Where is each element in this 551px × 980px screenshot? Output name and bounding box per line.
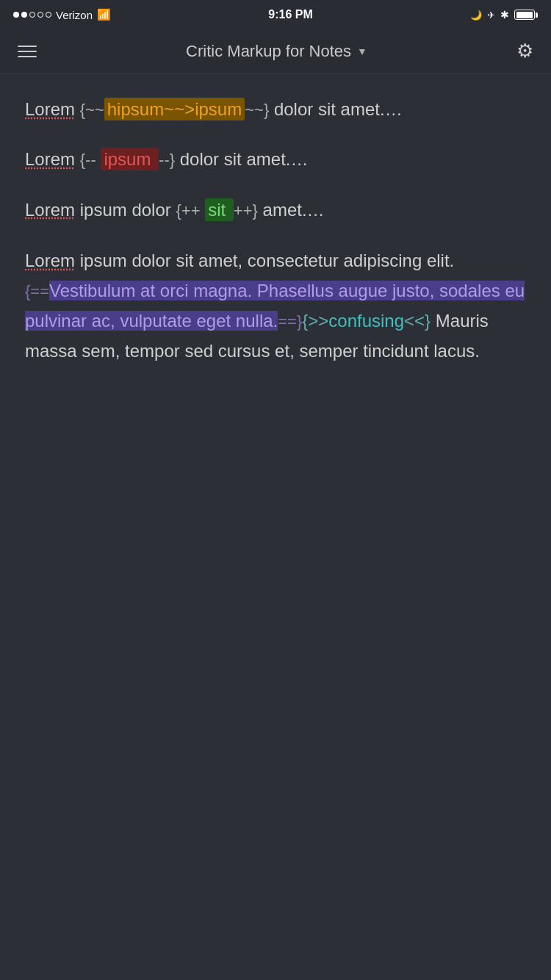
plain-text-after-del: dolor sit amet.… (180, 149, 309, 169)
nav-title-text: Critic Markup for Notes (186, 42, 351, 61)
sub-open-bracket: {~~ (80, 101, 104, 119)
signal-dot-5 (46, 12, 51, 18)
signal-dots (13, 12, 51, 18)
del-close-bracket: --} (159, 151, 175, 169)
plain-text-3: ipsum dolor (80, 200, 171, 220)
signal-dot-4 (37, 12, 43, 18)
signal-dot-1 (13, 12, 19, 18)
location-icon: ✈ (487, 10, 495, 21)
highlight-open-bracket: {== (25, 282, 49, 300)
status-left: Verizon 📶 (13, 8, 111, 21)
highlight-close-bracket: ==} (278, 312, 302, 331)
status-bar: Verizon 📶 9:16 PM 🌙 ✈ ✱ (0, 0, 551, 29)
battery-icon (514, 10, 538, 20)
status-time: 9:16 PM (268, 8, 312, 21)
add-open-bracket: {++ (176, 201, 200, 220)
lorem-word-2: Lorem (25, 149, 75, 169)
lorem-word-3: Lorem (25, 200, 75, 220)
del-word: ipsum (101, 148, 159, 170)
wifi-icon: 📶 (97, 8, 111, 21)
signal-dot-2 (21, 12, 27, 18)
carrier-name: Verizon (56, 9, 93, 21)
status-right: 🌙 ✈ ✱ (470, 9, 538, 21)
paragraph-intro: ipsum dolor sit amet, consectetur adipis… (80, 251, 455, 270)
tool-button[interactable]: ⚙ (516, 40, 533, 62)
plain-text-after-sub: dolor sit amet.… (274, 99, 403, 119)
add-close-bracket: ++} (234, 201, 258, 220)
add-word: sit (205, 198, 234, 221)
paragraph-block: Lorem ipsum dolor sit amet, consectetur … (25, 246, 526, 366)
del-open-bracket: {-- (80, 151, 96, 169)
nav-bar: Critic Markup for Notes ▼ ⚙ (0, 29, 551, 73)
deletion-line: Lorem {-- ipsum --} dolor sit amet.… (25, 145, 526, 173)
signal-dot-3 (29, 12, 35, 18)
moon-icon: 🌙 (470, 10, 482, 21)
sub-close-bracket: ~~} (245, 101, 269, 119)
comment-close-bracket: <<} (404, 311, 431, 331)
nav-title: Critic Markup for Notes ▼ (186, 42, 367, 61)
content-area: Lorem {~~hipsum~~>ipsum~~} dolor sit ame… (0, 73, 551, 410)
comment-open-bracket: {>> (302, 311, 328, 331)
bluetooth-icon: ✱ (500, 9, 509, 21)
substitution-line: Lorem {~~hipsum~~>ipsum~~} dolor sit ame… (25, 96, 526, 123)
menu-button[interactable] (18, 46, 37, 57)
plain-text-after-add: amet.… (263, 200, 325, 220)
comment-text: confusing (328, 311, 404, 331)
addition-line: Lorem ipsum dolor {++ sit ++} amet.… (25, 196, 526, 224)
lorem-word-1: Lorem (25, 99, 75, 119)
sub-old-word: hipsum~~>ipsum (104, 98, 245, 120)
lorem-word-4: Lorem (25, 251, 75, 270)
chevron-down-icon: ▼ (357, 46, 367, 57)
